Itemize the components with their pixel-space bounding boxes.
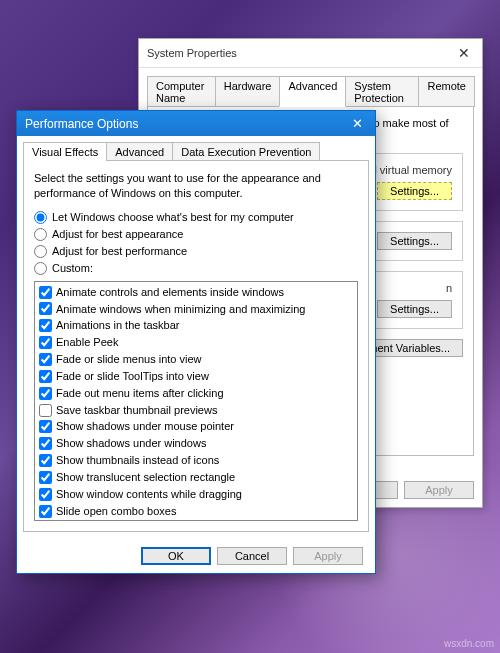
- visual-effects-listbox[interactable]: Animate controls and elements inside win…: [34, 281, 358, 521]
- performance-options-window: Performance Options ✕ Visual Effects Adv…: [16, 110, 376, 574]
- list-item-label: Fade or slide ToolTips into view: [56, 369, 209, 384]
- tab-dep[interactable]: Data Execution Prevention: [172, 142, 320, 161]
- radio-label: Custom:: [52, 262, 93, 274]
- tab-hardware[interactable]: Hardware: [215, 76, 281, 107]
- sysprops-titlebar: System Properties ✕: [139, 39, 482, 68]
- userprofiles-settings-button[interactable]: Settings...: [377, 232, 452, 250]
- list-item-label: Show shadows under mouse pointer: [56, 419, 234, 434]
- list-item-label: Animate windows when minimizing and maxi…: [56, 302, 305, 317]
- list-item[interactable]: Slide open combo boxes: [37, 503, 355, 520]
- perf-button-row: OK Cancel Apply: [17, 539, 375, 573]
- radio-label: Adjust for best performance: [52, 245, 187, 257]
- list-item[interactable]: Fade out menu items after clicking: [37, 385, 355, 402]
- checkbox-input[interactable]: [39, 302, 52, 315]
- list-item[interactable]: Show shadows under mouse pointer: [37, 418, 355, 435]
- list-item-label: Slide open combo boxes: [56, 504, 176, 519]
- checkbox-input[interactable]: [39, 404, 52, 417]
- list-item[interactable]: Show translucent selection rectangle: [37, 469, 355, 486]
- radio-input[interactable]: [34, 262, 47, 275]
- tab-remote[interactable]: Remote: [418, 76, 475, 107]
- list-item-label: Fade or slide menus into view: [56, 352, 202, 367]
- checkbox-input[interactable]: [39, 370, 52, 383]
- list-item[interactable]: Animate windows when minimizing and maxi…: [37, 301, 355, 318]
- checkbox-input[interactable]: [39, 437, 52, 450]
- checkbox-input[interactable]: [39, 505, 52, 518]
- radio-input[interactable]: [34, 245, 47, 258]
- close-icon[interactable]: ✕: [454, 45, 474, 61]
- perf-description: Select the settings you want to use for …: [34, 171, 358, 201]
- sysprops-apply-button[interactable]: Apply: [404, 481, 474, 499]
- list-item-label: Show window contents while dragging: [56, 487, 242, 502]
- list-item[interactable]: Save taskbar thumbnail previews: [37, 402, 355, 419]
- list-item-label: Show translucent selection rectangle: [56, 470, 235, 485]
- checkbox-input[interactable]: [39, 488, 52, 501]
- list-item-label: Animate controls and elements inside win…: [56, 285, 284, 300]
- tab-visual-effects[interactable]: Visual Effects: [23, 142, 107, 161]
- tab-advanced[interactable]: Advanced: [279, 76, 346, 107]
- list-item[interactable]: Enable Peek: [37, 334, 355, 351]
- perf-titlebar: Performance Options ✕: [17, 111, 375, 136]
- startup-settings-button[interactable]: Settings...: [377, 300, 452, 318]
- list-item-label: Enable Peek: [56, 335, 118, 350]
- apply-button[interactable]: Apply: [293, 547, 363, 565]
- checkbox-input[interactable]: [39, 420, 52, 433]
- tab-computer-name[interactable]: Computer Name: [147, 76, 216, 107]
- checkbox-input[interactable]: [39, 319, 52, 332]
- checkbox-input[interactable]: [39, 471, 52, 484]
- watermark: wsxdn.com: [444, 638, 494, 649]
- list-item-label: Show thumbnails instead of icons: [56, 453, 219, 468]
- cancel-button[interactable]: Cancel: [217, 547, 287, 565]
- radio-option[interactable]: Adjust for best performance: [34, 245, 358, 258]
- list-item[interactable]: Show shadows under windows: [37, 435, 355, 452]
- radio-label: Adjust for best appearance: [52, 228, 183, 240]
- ok-button[interactable]: OK: [141, 547, 211, 565]
- radio-label: Let Windows choose what's best for my co…: [52, 211, 294, 223]
- list-item[interactable]: Show window contents while dragging: [37, 486, 355, 503]
- list-item-label: Animations in the taskbar: [56, 318, 180, 333]
- checkbox-input[interactable]: [39, 336, 52, 349]
- list-item[interactable]: Show thumbnails instead of icons: [37, 452, 355, 469]
- sysprops-title-text: System Properties: [147, 47, 237, 59]
- perf-title-text: Performance Options: [25, 117, 138, 131]
- checkbox-input[interactable]: [39, 387, 52, 400]
- sysprops-tabbar: Computer Name Hardware Advanced System P…: [147, 76, 474, 107]
- list-item[interactable]: Animate controls and elements inside win…: [37, 284, 355, 301]
- checkbox-input[interactable]: [39, 286, 52, 299]
- tab-perf-advanced[interactable]: Advanced: [106, 142, 173, 161]
- radio-input[interactable]: [34, 228, 47, 241]
- radio-group: Let Windows choose what's best for my co…: [34, 211, 358, 275]
- radio-option[interactable]: Let Windows choose what's best for my co…: [34, 211, 358, 224]
- list-item-label: Save taskbar thumbnail previews: [56, 403, 217, 418]
- tab-system-protection[interactable]: System Protection: [345, 76, 419, 107]
- list-item[interactable]: Animations in the taskbar: [37, 317, 355, 334]
- performance-settings-button[interactable]: Settings...: [377, 182, 452, 200]
- perf-tabpanel: Select the settings you want to use for …: [23, 160, 369, 532]
- list-item[interactable]: Smooth edges of screen fonts: [37, 520, 355, 521]
- perf-tabbar: Visual Effects Advanced Data Execution P…: [23, 142, 369, 161]
- checkbox-input[interactable]: [39, 454, 52, 467]
- list-item[interactable]: Fade or slide ToolTips into view: [37, 368, 355, 385]
- radio-input[interactable]: [34, 211, 47, 224]
- list-item[interactable]: Fade or slide menus into view: [37, 351, 355, 368]
- list-item-label: Fade out menu items after clicking: [56, 386, 224, 401]
- radio-option[interactable]: Adjust for best appearance: [34, 228, 358, 241]
- checkbox-input[interactable]: [39, 353, 52, 366]
- close-icon[interactable]: ✕: [348, 116, 367, 131]
- radio-option[interactable]: Custom:: [34, 262, 358, 275]
- list-item-label: Show shadows under windows: [56, 436, 206, 451]
